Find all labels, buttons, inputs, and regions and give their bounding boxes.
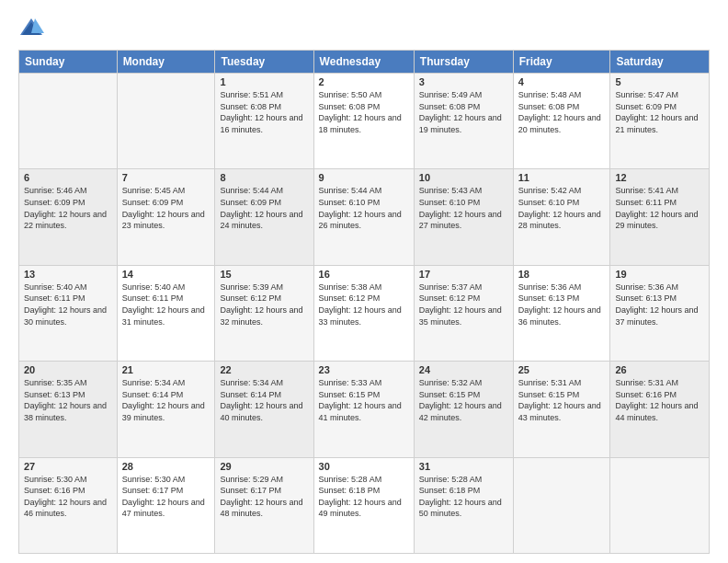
weekday-friday: Friday: [513, 51, 610, 74]
calendar-cell: 17Sunrise: 5:37 AM Sunset: 6:12 PM Dayli…: [414, 265, 513, 361]
day-info: Sunrise: 5:45 AM Sunset: 6:09 PM Dayligh…: [122, 185, 210, 231]
day-number: 27: [24, 461, 112, 472]
calendar-week-2: 6Sunrise: 5:46 AM Sunset: 6:09 PM Daylig…: [19, 169, 710, 265]
logo-icon: [18, 15, 44, 40]
calendar-cell: 15Sunrise: 5:39 AM Sunset: 6:12 PM Dayli…: [215, 265, 313, 361]
day-info: Sunrise: 5:28 AM Sunset: 6:18 PM Dayligh…: [319, 474, 409, 520]
calendar-cell: [610, 457, 710, 553]
calendar-cell: 24Sunrise: 5:32 AM Sunset: 6:15 PM Dayli…: [414, 362, 513, 457]
day-info: Sunrise: 5:50 AM Sunset: 6:08 PM Dayligh…: [319, 89, 409, 135]
day-info: Sunrise: 5:47 AM Sunset: 6:09 PM Dayligh…: [615, 89, 704, 135]
day-info: Sunrise: 5:49 AM Sunset: 6:08 PM Dayligh…: [419, 89, 508, 135]
calendar-cell: 2Sunrise: 5:50 AM Sunset: 6:08 PM Daylig…: [313, 74, 414, 169]
day-number: 18: [518, 269, 606, 280]
calendar-week-1: 1Sunrise: 5:51 AM Sunset: 6:08 PM Daylig…: [19, 74, 710, 169]
day-info: Sunrise: 5:51 AM Sunset: 6:08 PM Dayligh…: [220, 89, 308, 135]
calendar-week-5: 27Sunrise: 5:30 AM Sunset: 6:16 PM Dayli…: [19, 457, 710, 553]
calendar-cell: 8Sunrise: 5:44 AM Sunset: 6:09 PM Daylig…: [215, 169, 313, 265]
day-number: 5: [615, 76, 704, 87]
day-info: Sunrise: 5:31 AM Sunset: 6:15 PM Dayligh…: [518, 377, 606, 423]
day-number: 3: [419, 76, 508, 87]
day-info: Sunrise: 5:34 AM Sunset: 6:14 PM Dayligh…: [220, 377, 308, 423]
calendar-cell: 26Sunrise: 5:31 AM Sunset: 6:16 PM Dayli…: [610, 362, 710, 457]
calendar-cell: 25Sunrise: 5:31 AM Sunset: 6:15 PM Dayli…: [513, 362, 610, 457]
day-number: 8: [220, 172, 308, 183]
day-number: 13: [24, 269, 112, 280]
calendar-cell: 20Sunrise: 5:35 AM Sunset: 6:13 PM Dayli…: [19, 362, 118, 457]
header: [18, 15, 710, 40]
day-info: Sunrise: 5:30 AM Sunset: 6:16 PM Dayligh…: [24, 474, 112, 520]
calendar-cell: 7Sunrise: 5:45 AM Sunset: 6:09 PM Daylig…: [117, 169, 215, 265]
weekday-header-row: SundayMondayTuesdayWednesdayThursdayFrid…: [19, 51, 710, 74]
day-number: 6: [24, 172, 112, 183]
day-info: Sunrise: 5:39 AM Sunset: 6:12 PM Dayligh…: [220, 282, 308, 327]
day-info: Sunrise: 5:46 AM Sunset: 6:09 PM Dayligh…: [24, 185, 112, 231]
day-info: Sunrise: 5:40 AM Sunset: 6:11 PM Dayligh…: [24, 282, 112, 327]
svg-marker-2: [31, 18, 44, 33]
day-number: 4: [518, 76, 606, 87]
day-info: Sunrise: 5:43 AM Sunset: 6:10 PM Dayligh…: [419, 185, 508, 231]
calendar-cell: 29Sunrise: 5:29 AM Sunset: 6:17 PM Dayli…: [215, 457, 313, 553]
weekday-wednesday: Wednesday: [313, 51, 414, 74]
calendar-cell: 22Sunrise: 5:34 AM Sunset: 6:14 PM Dayli…: [215, 362, 313, 457]
day-number: 14: [122, 269, 210, 280]
day-number: 20: [24, 364, 112, 375]
day-info: Sunrise: 5:44 AM Sunset: 6:09 PM Dayligh…: [220, 185, 308, 231]
day-info: Sunrise: 5:48 AM Sunset: 6:08 PM Dayligh…: [518, 89, 606, 135]
calendar-cell: 6Sunrise: 5:46 AM Sunset: 6:09 PM Daylig…: [19, 169, 118, 265]
day-number: 11: [518, 172, 606, 183]
calendar-cell: 18Sunrise: 5:36 AM Sunset: 6:13 PM Dayli…: [513, 265, 610, 361]
day-number: 22: [220, 364, 308, 375]
day-number: 7: [122, 172, 210, 183]
day-info: Sunrise: 5:28 AM Sunset: 6:18 PM Dayligh…: [419, 474, 508, 520]
day-number: 1: [220, 76, 308, 87]
day-info: Sunrise: 5:41 AM Sunset: 6:11 PM Dayligh…: [615, 185, 704, 231]
day-info: Sunrise: 5:31 AM Sunset: 6:16 PM Dayligh…: [615, 377, 704, 423]
calendar-cell: 4Sunrise: 5:48 AM Sunset: 6:08 PM Daylig…: [513, 74, 610, 169]
day-number: 15: [220, 269, 308, 280]
calendar-cell: 12Sunrise: 5:41 AM Sunset: 6:11 PM Dayli…: [610, 169, 710, 265]
calendar-cell: 1Sunrise: 5:51 AM Sunset: 6:08 PM Daylig…: [215, 74, 313, 169]
calendar-cell: 28Sunrise: 5:30 AM Sunset: 6:17 PM Dayli…: [117, 457, 215, 553]
calendar-cell: 13Sunrise: 5:40 AM Sunset: 6:11 PM Dayli…: [19, 265, 118, 361]
day-number: 24: [419, 364, 508, 375]
day-info: Sunrise: 5:40 AM Sunset: 6:11 PM Dayligh…: [122, 282, 210, 327]
day-number: 25: [518, 364, 606, 375]
day-number: 10: [419, 172, 508, 183]
calendar-cell: 3Sunrise: 5:49 AM Sunset: 6:08 PM Daylig…: [414, 74, 513, 169]
logo: [18, 15, 46, 40]
calendar-cell: 30Sunrise: 5:28 AM Sunset: 6:18 PM Dayli…: [313, 457, 414, 553]
day-number: 9: [319, 172, 409, 183]
day-info: Sunrise: 5:33 AM Sunset: 6:15 PM Dayligh…: [319, 377, 409, 423]
calendar-cell: 11Sunrise: 5:42 AM Sunset: 6:10 PM Dayli…: [513, 169, 610, 265]
day-info: Sunrise: 5:29 AM Sunset: 6:17 PM Dayligh…: [220, 474, 308, 520]
calendar-cell: [117, 74, 215, 169]
day-info: Sunrise: 5:36 AM Sunset: 6:13 PM Dayligh…: [615, 282, 704, 327]
calendar-cell: 21Sunrise: 5:34 AM Sunset: 6:14 PM Dayli…: [117, 362, 215, 457]
day-info: Sunrise: 5:30 AM Sunset: 6:17 PM Dayligh…: [122, 474, 210, 520]
day-number: 21: [122, 364, 210, 375]
day-number: 23: [319, 364, 409, 375]
calendar-cell: 9Sunrise: 5:44 AM Sunset: 6:10 PM Daylig…: [313, 169, 414, 265]
day-number: 12: [615, 172, 704, 183]
day-number: 29: [220, 461, 308, 472]
calendar-cell: 16Sunrise: 5:38 AM Sunset: 6:12 PM Dayli…: [313, 265, 414, 361]
day-info: Sunrise: 5:42 AM Sunset: 6:10 PM Dayligh…: [518, 185, 606, 231]
day-info: Sunrise: 5:34 AM Sunset: 6:14 PM Dayligh…: [122, 377, 210, 423]
calendar-cell: 31Sunrise: 5:28 AM Sunset: 6:18 PM Dayli…: [414, 457, 513, 553]
day-number: 30: [319, 461, 409, 472]
calendar-week-4: 20Sunrise: 5:35 AM Sunset: 6:13 PM Dayli…: [19, 362, 710, 457]
weekday-thursday: Thursday: [414, 51, 513, 74]
calendar-cell: [19, 74, 118, 169]
day-info: Sunrise: 5:35 AM Sunset: 6:13 PM Dayligh…: [24, 377, 112, 423]
calendar-cell: [513, 457, 610, 553]
day-number: 16: [319, 269, 409, 280]
weekday-tuesday: Tuesday: [215, 51, 313, 74]
weekday-sunday: Sunday: [19, 51, 118, 74]
weekday-saturday: Saturday: [610, 51, 710, 74]
calendar-cell: 5Sunrise: 5:47 AM Sunset: 6:09 PM Daylig…: [610, 74, 710, 169]
calendar-cell: 19Sunrise: 5:36 AM Sunset: 6:13 PM Dayli…: [610, 265, 710, 361]
calendar-cell: 10Sunrise: 5:43 AM Sunset: 6:10 PM Dayli…: [414, 169, 513, 265]
calendar-table: SundayMondayTuesdayWednesdayThursdayFrid…: [18, 50, 710, 554]
day-info: Sunrise: 5:38 AM Sunset: 6:12 PM Dayligh…: [319, 282, 409, 327]
